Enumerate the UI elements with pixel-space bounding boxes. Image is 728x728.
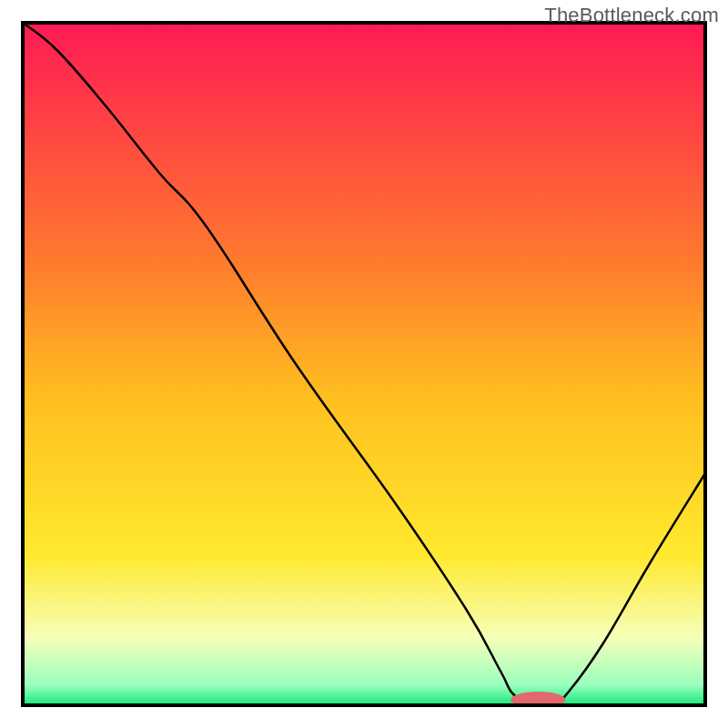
bottleneck-chart: TheBottleneck.com — [0, 0, 728, 728]
chart-svg — [0, 0, 728, 728]
gradient-background — [23, 23, 705, 705]
